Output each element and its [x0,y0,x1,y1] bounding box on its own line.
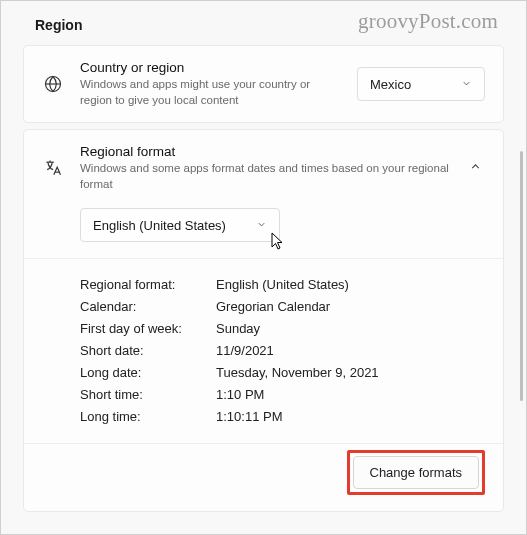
regional-format-title: Regional format [80,144,449,159]
detail-row: Short date:11/9/2021 [80,339,485,361]
page-title: Region [23,11,504,45]
scrollbar[interactable] [520,151,523,401]
country-region-selected: Mexico [370,77,411,92]
country-region-card: Country or region Windows and apps might… [23,45,504,123]
detail-key: Regional format: [80,277,216,292]
regional-format-card: Regional format Windows and some apps fo… [23,129,504,512]
detail-row: Long time:1:10:11 PM [80,405,485,427]
chevron-down-icon [256,218,267,233]
chevron-up-icon [465,160,485,176]
detail-row: First day of week:Sunday [80,317,485,339]
country-region-title: Country or region [80,60,341,75]
regional-format-dropdown[interactable]: English (United States) [80,208,280,242]
detail-val: 11/9/2021 [216,343,485,358]
country-region-dropdown[interactable]: Mexico [357,67,485,101]
detail-val: Gregorian Calendar [216,299,485,314]
detail-val: Tuesday, November 9, 2021 [216,365,485,380]
regional-format-subtitle: Windows and some apps format dates and t… [80,161,449,192]
regional-format-details: Regional format:English (United States) … [24,259,503,443]
detail-key: Long date: [80,365,216,380]
globe-icon [42,74,64,94]
detail-row: Short time:1:10 PM [80,383,485,405]
detail-row: Regional format:English (United States) [80,273,485,295]
detail-key: Short date: [80,343,216,358]
detail-val: English (United States) [216,277,485,292]
language-icon [42,158,64,178]
regional-format-selected: English (United States) [93,218,226,233]
highlight-box: Change formats [347,450,486,495]
settings-region-page: Region Country or region Windows and app… [1,1,526,535]
detail-key: Calendar: [80,299,216,314]
detail-val: 1:10:11 PM [216,409,485,424]
detail-val: Sunday [216,321,485,336]
regional-format-header[interactable]: Regional format Windows and some apps fo… [24,130,503,206]
detail-key: Short time: [80,387,216,402]
detail-val: 1:10 PM [216,387,485,402]
detail-key: First day of week: [80,321,216,336]
detail-row: Long date:Tuesday, November 9, 2021 [80,361,485,383]
mouse-cursor-icon [271,232,287,255]
chevron-down-icon [461,77,472,92]
country-region-subtitle: Windows and apps might use your country … [80,77,341,108]
change-formats-button[interactable]: Change formats [353,456,480,489]
detail-key: Long time: [80,409,216,424]
detail-row: Calendar:Gregorian Calendar [80,295,485,317]
